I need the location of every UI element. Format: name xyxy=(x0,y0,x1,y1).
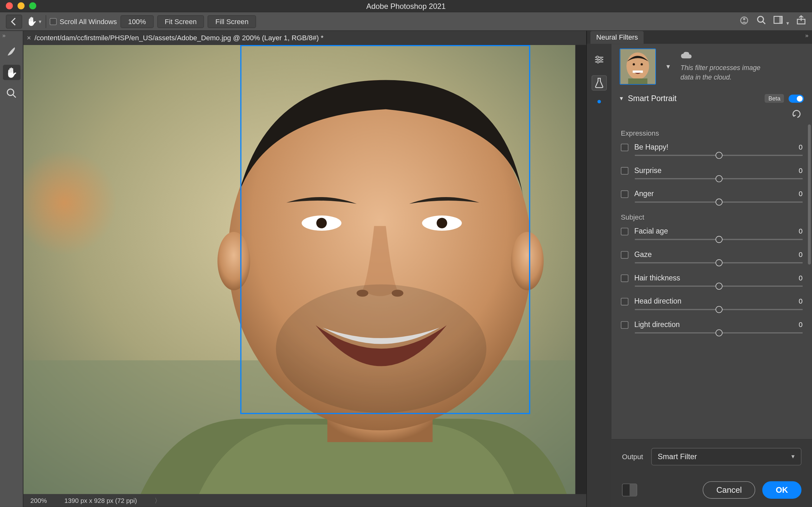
status-zoom[interactable]: 200% xyxy=(31,497,47,504)
slider-value[interactable]: 0 xyxy=(799,321,803,329)
options-bar: ✋▾ Scroll All Windows 100% Fit Screen Fi… xyxy=(0,12,812,31)
filter-settings-icon[interactable] xyxy=(592,52,607,67)
slider-thumb[interactable] xyxy=(715,283,722,290)
toolstrip-expand-icon[interactable]: » xyxy=(2,32,5,38)
fill-screen-button[interactable]: Fill Screen xyxy=(208,15,256,28)
slider-thumb[interactable] xyxy=(715,152,722,159)
slider-track[interactable] xyxy=(635,332,803,334)
slider-value[interactable]: 0 xyxy=(799,190,803,198)
slider-track[interactable] xyxy=(635,239,803,240)
filter-beta-icon[interactable] xyxy=(592,75,607,91)
chevron-left-icon xyxy=(9,17,18,26)
svg-line-8 xyxy=(13,95,15,97)
brush-tool[interactable] xyxy=(3,44,20,59)
document-image xyxy=(23,45,575,494)
reset-icon[interactable] xyxy=(792,110,803,119)
panel-icon-strip xyxy=(587,44,611,507)
before-after-toggle[interactable] xyxy=(622,484,637,497)
hand-tool[interactable]: ✋ xyxy=(3,65,20,80)
slider-thumb[interactable] xyxy=(715,199,722,206)
slider-scroll-area[interactable]: ExpressionsBe Happy!0Surprise0Anger0Subj… xyxy=(612,124,812,439)
fit-screen-button[interactable]: Fit Screen xyxy=(157,15,204,28)
svg-point-22 xyxy=(511,232,544,290)
ok-button[interactable]: OK xyxy=(762,481,801,499)
slider-enable-checkbox[interactable] xyxy=(621,297,628,305)
svg-rect-5 xyxy=(779,16,782,23)
slider-enable-checkbox[interactable] xyxy=(621,228,628,235)
workspace-body: » ✋ × /content/dam/ccfirstmile/PHSP/en_U… xyxy=(0,31,812,507)
slider-track[interactable] xyxy=(635,285,803,287)
slider-track[interactable] xyxy=(635,155,803,156)
svg-rect-31 xyxy=(628,78,647,84)
face-thumbnail[interactable] xyxy=(620,49,656,84)
window-traffic-lights xyxy=(6,2,36,9)
slider-track[interactable] xyxy=(635,178,803,179)
slider-track[interactable] xyxy=(635,309,803,310)
filter-title: Smart Portrait xyxy=(628,94,760,103)
slider-value[interactable]: 0 xyxy=(799,274,803,282)
status-chevron-icon[interactable]: 〉 xyxy=(154,496,161,505)
slider-value[interactable]: 0 xyxy=(799,143,803,152)
status-dimensions: 1390 px x 928 px (72 ppi) xyxy=(64,497,137,504)
slider-value[interactable]: 0 xyxy=(799,166,803,175)
slider-enable-checkbox[interactable] xyxy=(621,143,628,151)
slider-row: Be Happy!0 xyxy=(621,143,803,156)
zoom-tool[interactable] xyxy=(3,86,20,101)
slider-track[interactable] xyxy=(635,262,803,264)
slider-enable-checkbox[interactable] xyxy=(621,321,628,329)
slider-row: Light direction0 xyxy=(621,321,803,334)
svg-point-7 xyxy=(7,89,13,95)
status-bar: 200% 1390 px x 928 px (72 ppi) 〉 xyxy=(23,494,587,507)
slider-value[interactable]: 0 xyxy=(799,250,803,259)
slider-enable-checkbox[interactable] xyxy=(621,274,628,282)
slider-thumb[interactable] xyxy=(715,175,722,182)
slider-enable-checkbox[interactable] xyxy=(621,190,628,198)
minimize-window-icon[interactable] xyxy=(17,2,24,9)
workspace-layout-icon[interactable]: ▾ xyxy=(773,15,789,27)
document-area: × /content/dam/ccfirstmile/PHSP/en_US/as… xyxy=(23,31,587,507)
slider-thumb[interactable] xyxy=(715,236,722,243)
output-select[interactable]: Smart Filter ▾ xyxy=(651,448,802,465)
canvas[interactable] xyxy=(23,45,587,494)
close-window-icon[interactable] xyxy=(6,2,13,9)
slider-label: Be Happy! xyxy=(635,143,799,152)
zoom-level-button[interactable]: 100% xyxy=(120,15,154,28)
chevron-down-icon[interactable]: ▾ xyxy=(620,95,623,102)
scroll-all-windows-checkbox[interactable]: Scroll All Windows xyxy=(50,17,117,25)
app-title: Adobe Photoshop 2021 xyxy=(366,2,446,10)
panel-collapse-icon[interactable]: » xyxy=(805,32,809,38)
beta-badge: Beta xyxy=(765,94,784,103)
slider-track[interactable] xyxy=(635,202,803,203)
close-tab-icon[interactable]: × xyxy=(27,34,31,42)
document-tab[interactable]: × /content/dam/ccfirstmile/PHSP/en_US/as… xyxy=(27,34,323,42)
document-tab-title: /content/dam/ccfirstmile/PHSP/en_US/asse… xyxy=(35,34,323,42)
maximize-window-icon[interactable] xyxy=(29,2,36,9)
slider-row: Facial age0 xyxy=(621,227,803,240)
back-button[interactable] xyxy=(6,14,22,28)
slider-enable-checkbox[interactable] xyxy=(621,251,628,259)
document-tab-bar: × /content/dam/ccfirstmile/PHSP/en_US/as… xyxy=(23,31,587,45)
slider-label: Hair thickness xyxy=(635,274,799,282)
hand-tool-icon[interactable]: ✋▾ xyxy=(26,14,42,28)
cloud-sync-icon[interactable] xyxy=(739,15,750,28)
svg-point-2 xyxy=(758,16,763,22)
slider-thumb[interactable] xyxy=(715,259,722,266)
svg-point-21 xyxy=(217,232,250,290)
slider-value[interactable]: 0 xyxy=(799,297,803,305)
svg-point-28 xyxy=(633,63,635,65)
search-icon[interactable] xyxy=(757,15,766,27)
panel-content: ▾ This filter processes image data in th… xyxy=(612,44,812,507)
slider-enable-checkbox[interactable] xyxy=(621,167,628,174)
svg-point-24 xyxy=(600,58,602,60)
face-select-dropdown[interactable]: ▾ xyxy=(663,61,673,72)
panel-scrollbar[interactable] xyxy=(808,124,811,265)
cancel-button[interactable]: Cancel xyxy=(703,481,755,499)
slider-thumb[interactable] xyxy=(715,306,722,313)
svg-point-20 xyxy=(276,285,486,413)
canvas-viewport[interactable]: 200% 1390 px x 928 px (72 ppi) 〉 xyxy=(23,45,587,507)
panel-tab-neural-filters[interactable]: Neural Filters xyxy=(590,31,644,44)
share-icon[interactable] xyxy=(796,15,806,27)
slider-value[interactable]: 0 xyxy=(799,227,803,235)
slider-thumb[interactable] xyxy=(715,329,722,336)
filter-enable-toggle[interactable] xyxy=(789,95,804,103)
